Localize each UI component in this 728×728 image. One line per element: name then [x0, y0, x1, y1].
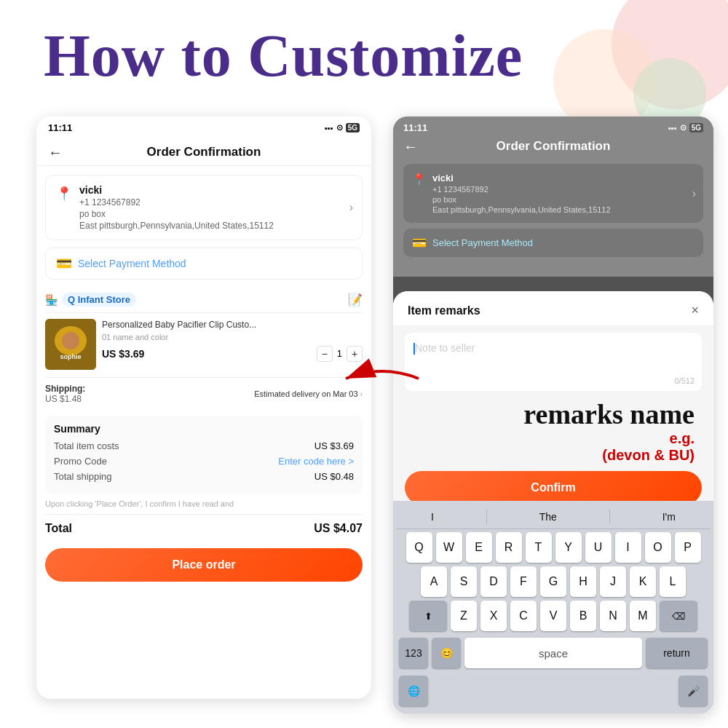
- items-label: Total item costs: [54, 440, 119, 451]
- address-card[interactable]: 📍 vicki +1 1234567892 po box East pittsb…: [45, 175, 363, 240]
- right-address-card[interactable]: 📍 vicki +1 1234567892 po box East pittsb…: [403, 164, 703, 223]
- right-phone: 11:11 ▪▪▪ ⊙ 5G ← Order Confirmation 📍 vi…: [393, 116, 713, 713]
- key-r[interactable]: R: [496, 532, 522, 563]
- right-payment-row[interactable]: 💳 Select Payment Method: [403, 229, 703, 257]
- suggestion-im[interactable]: I'm: [657, 510, 681, 524]
- shipping-cost: US $1.48: [45, 394, 85, 404]
- modal-body: Note to seller 0/512 remarks name e.g. (…: [393, 325, 713, 471]
- store-row: 🏪 Q Infant Store 📝: [45, 287, 363, 313]
- keyboard-row-1: Q W E R T Y U I O P: [396, 532, 711, 563]
- summary-section: Summary Total item costs US $3.69 Promo …: [45, 416, 363, 494]
- total-amount: US $4.07: [314, 522, 363, 535]
- keyboard-suggestions: I The I'm: [396, 507, 711, 529]
- product-details: Personalized Baby Pacifier Clip Custo...…: [102, 319, 363, 362]
- disclaimer: Upon clicking 'Place Order', I confirm I…: [45, 494, 363, 514]
- right-back-button[interactable]: ←: [403, 138, 418, 155]
- customer-phone: +1 1234567892: [79, 197, 274, 207]
- location-icon: 📍: [56, 186, 72, 202]
- total-row: Total US $4.07: [45, 514, 363, 542]
- total-shipping-value: US $0.48: [314, 471, 354, 482]
- left-status-bar: 11:11 ▪▪▪ ⊙ 5G: [36, 116, 371, 139]
- item-remarks-modal: Item remarks × Note to seller 0/512 rema…: [393, 291, 713, 713]
- key-k[interactable]: K: [630, 566, 656, 597]
- promo-link[interactable]: Enter code here >: [278, 456, 354, 467]
- payment-row[interactable]: 💳 Select Payment Method: [45, 248, 363, 280]
- shipping-left: Shipping: US $1.48: [45, 384, 85, 404]
- key-shift[interactable]: ⬆: [409, 601, 447, 631]
- right-payment-label: Select Payment Method: [432, 237, 533, 248]
- note-icon[interactable]: 📝: [348, 293, 363, 306]
- summary-shipping-row: Total shipping US $0.48: [54, 471, 354, 482]
- right-payment-icon: 💳: [412, 236, 427, 250]
- note-input-container[interactable]: Note to seller 0/512: [405, 333, 702, 391]
- key-mic[interactable]: 🎤: [678, 676, 708, 706]
- red-arrow: [339, 357, 426, 403]
- qty-decrease[interactable]: −: [317, 346, 333, 362]
- key-globe[interactable]: 🌐: [399, 676, 428, 706]
- key-o[interactable]: O: [645, 532, 671, 563]
- key-m[interactable]: M: [630, 601, 656, 631]
- right-screen-title: Order Confirmation: [496, 139, 611, 154]
- confirm-button[interactable]: Confirm: [405, 471, 702, 505]
- key-y[interactable]: Y: [555, 532, 582, 563]
- key-t[interactable]: T: [526, 532, 552, 563]
- key-q[interactable]: Q: [406, 532, 432, 563]
- svg-text:sophie: sophie: [60, 353, 81, 360]
- svg-point-2: [62, 332, 79, 349]
- back-button[interactable]: ←: [48, 144, 63, 161]
- key-return[interactable]: return: [646, 638, 708, 668]
- key-123[interactable]: 123: [399, 638, 428, 668]
- key-h[interactable]: H: [570, 566, 596, 597]
- suggestion-i[interactable]: I: [425, 510, 440, 524]
- right-location-icon: 📍: [412, 173, 427, 186]
- annotation-block: remarks name e.g. (devon & BU): [405, 398, 702, 464]
- key-delete[interactable]: ⌫: [660, 601, 697, 631]
- page-title: How to Customize: [44, 22, 523, 90]
- key-l[interactable]: L: [660, 566, 686, 597]
- right-address-chevron: ›: [692, 187, 696, 200]
- left-status-icons: ▪▪▪ ⊙ 5G: [325, 123, 360, 132]
- key-v[interactable]: V: [540, 601, 566, 631]
- key-u[interactable]: U: [585, 532, 612, 563]
- key-w[interactable]: W: [436, 532, 462, 563]
- suggestion-divider-2: [609, 510, 610, 524]
- key-g[interactable]: G: [540, 566, 566, 597]
- right-status-bar: 11:11 ▪▪▪ ⊙ 5G: [403, 122, 703, 133]
- place-order-button[interactable]: Place order: [45, 548, 363, 582]
- store-icon: 🏪: [45, 294, 58, 306]
- summary-promo-row[interactable]: Promo Code Enter code here >: [54, 456, 354, 467]
- key-x[interactable]: X: [480, 601, 507, 631]
- key-a[interactable]: A: [421, 566, 447, 597]
- key-p[interactable]: P: [675, 532, 701, 563]
- promo-label: Promo Code: [54, 456, 107, 467]
- key-b[interactable]: B: [570, 601, 596, 631]
- right-customer-city: East pittsburgh,Pennsylvania,United Stat…: [432, 205, 611, 214]
- keyboard-row-3: ⬆ Z X C V B N M ⌫: [396, 601, 711, 631]
- key-d[interactable]: D: [480, 566, 507, 597]
- right-customer-phone: +1 1234567892: [432, 185, 611, 194]
- items-value: US $3.69: [314, 440, 354, 451]
- payment-icon: 💳: [56, 256, 72, 272]
- eg-label: e.g.: [412, 430, 695, 447]
- summary-items-row: Total item costs US $3.69: [54, 440, 354, 451]
- key-n[interactable]: N: [600, 601, 626, 631]
- key-s[interactable]: S: [451, 566, 477, 597]
- right-address-info: vicki +1 1234567892 po box East pittsbur…: [432, 173, 611, 214]
- key-e[interactable]: E: [466, 532, 492, 563]
- key-c[interactable]: C: [510, 601, 537, 631]
- right-header: ← Order Confirmation: [403, 139, 703, 154]
- right-customer-name: vicki: [432, 173, 611, 183]
- key-f[interactable]: F: [510, 566, 537, 597]
- shipping-label: Shipping:: [45, 384, 85, 394]
- right-customer-box: po box: [432, 195, 611, 204]
- total-label: Total: [45, 522, 72, 535]
- key-z[interactable]: Z: [451, 601, 477, 631]
- suggestion-the[interactable]: The: [534, 510, 563, 524]
- key-i[interactable]: I: [615, 532, 641, 563]
- product-variant: 01 name and color: [102, 333, 363, 341]
- key-emoji[interactable]: 😊: [432, 638, 461, 668]
- shipping-row: Shipping: US $1.48 Estimated delivery on…: [45, 377, 363, 410]
- modal-close-button[interactable]: ×: [691, 303, 699, 318]
- key-space[interactable]: space: [464, 638, 642, 668]
- key-j[interactable]: J: [600, 566, 626, 597]
